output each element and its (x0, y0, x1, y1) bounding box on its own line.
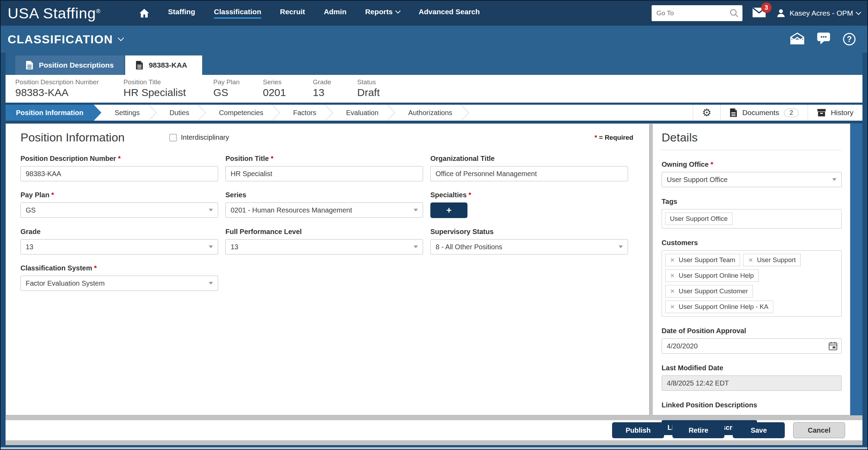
panel-gap (650, 123, 652, 415)
top-menu: Staffing Classification Recruit Admin Re… (139, 8, 480, 19)
dropdown-arrow-icon (832, 178, 836, 181)
interdisciplinary-checkbox[interactable] (169, 134, 177, 141)
nav-item-advanced-search[interactable]: Advanced Search (419, 8, 480, 19)
tab-position-descriptions[interactable]: Position Descriptions (15, 55, 124, 75)
usa-staffing-logo: USA Staffing® (8, 5, 101, 22)
customer-chip[interactable]: ✕User Support Online Help - KA (665, 301, 773, 313)
documents-count-badge: 2 (784, 109, 799, 117)
messages-button[interactable]: 3 (752, 7, 766, 19)
calendar-icon[interactable] (828, 341, 837, 352)
nav-item-classification[interactable]: Classification (214, 8, 261, 19)
inbox-envelope-icon[interactable] (790, 33, 804, 46)
full-performance-level-select[interactable]: 13 (225, 239, 423, 254)
user-name: Kasey Acres - OPM (790, 9, 853, 17)
pay-plan-select[interactable]: GS (20, 202, 218, 218)
nav-label: Reports (365, 8, 393, 16)
remove-icon[interactable]: ✕ (670, 257, 675, 264)
customer-chip[interactable]: ✕User Support Online Help (665, 269, 759, 282)
step-factors[interactable]: Factors (280, 105, 333, 121)
settings-gear-button[interactable]: ⚙ (693, 105, 721, 121)
tab-record-98383-kaa[interactable]: 98383-KAA (125, 55, 202, 75)
required-note-text: = Required (597, 134, 633, 141)
customers-box[interactable]: ✕User Support Team ✕User Support ✕User S… (662, 250, 842, 317)
customer-chip[interactable]: ✕User Support Team (665, 254, 740, 266)
step-duties[interactable]: Duties (156, 105, 206, 121)
nav-item-reports[interactable]: Reports (365, 8, 400, 19)
add-specialty-button[interactable]: + (430, 202, 467, 218)
home-icon[interactable] (139, 8, 149, 18)
interdisciplinary-label: Interdisciplinary (181, 133, 229, 141)
customer-chip[interactable]: ✕User Support (743, 254, 800, 266)
chat-icon[interactable] (817, 32, 831, 46)
field-pay-plan: Pay Plan * GS (20, 191, 225, 218)
documents-label: Documents (742, 109, 779, 117)
customer-chip[interactable]: ✕User Support Customer (665, 285, 753, 297)
field-position-title: Position Title * (225, 155, 430, 181)
position-information-panel: Position Information Interdisciplinary *… (6, 123, 650, 415)
help-icon[interactable]: ? (843, 33, 856, 45)
history-label: History (831, 109, 853, 117)
nav-item-staffing[interactable]: Staffing (168, 8, 195, 19)
remove-icon[interactable]: ✕ (670, 272, 675, 279)
interdisciplinary-checkbox-row[interactable]: Interdisciplinary (169, 133, 229, 141)
right-accent-strip (850, 123, 862, 415)
publish-button[interactable]: Publish (612, 422, 664, 438)
save-button[interactable]: Save (733, 422, 785, 438)
panel-header: Position Information Interdisciplinary *… (15, 131, 635, 144)
nav-label: Recruit (280, 8, 305, 16)
documents-button[interactable]: Documents 2 (720, 105, 807, 121)
summary-pay-plan: Pay Plan GS (213, 78, 263, 103)
select-value: 13 (231, 243, 238, 251)
approval-date-input[interactable] (662, 338, 842, 354)
history-button[interactable]: History (808, 105, 862, 121)
step-competencies[interactable]: Competencies (206, 105, 280, 121)
summary-grade: Grade 13 (313, 78, 357, 103)
step-authorizations[interactable]: Authorizations (395, 105, 469, 121)
user-menu[interactable]: Kasey Acres - OPM (776, 8, 860, 18)
nav-label: Advanced Search (419, 8, 480, 16)
nav-item-recruit[interactable]: Recruit (280, 8, 305, 19)
summary-series: Series 0201 (263, 78, 313, 103)
retire-button[interactable]: Retire (672, 422, 724, 438)
summary-value: 0201 (263, 87, 313, 98)
summary-label: Grade (313, 78, 357, 86)
action-footer: Publish Retire Save Cancel (6, 420, 862, 440)
grade-select[interactable]: 13 (20, 239, 218, 254)
required-note: * = Required (595, 134, 635, 141)
logo-text: USA Staffing (8, 5, 96, 21)
position-title-input[interactable] (225, 166, 423, 181)
cancel-button[interactable]: Cancel (793, 422, 845, 438)
required-asterisk: * (711, 161, 713, 168)
required-asterisk: * (94, 264, 97, 272)
remove-icon[interactable]: ✕ (670, 303, 675, 311)
module-title[interactable]: CLASSIFICATION (8, 33, 123, 46)
step-label: Competencies (219, 109, 263, 117)
chevron-down-icon (118, 35, 124, 41)
app-window: USA Staffing® Staffing Classification Re… (0, 0, 868, 450)
remove-icon[interactable]: ✕ (748, 257, 753, 264)
field-label: Pay Plan * (20, 191, 225, 199)
step-position-information[interactable]: Position Information (6, 105, 101, 121)
field-label: Supervisory Status (430, 228, 635, 236)
field-classification-system: Classification System * Factor Evaluatio… (20, 264, 225, 291)
goto-input[interactable] (652, 5, 742, 21)
search-icon[interactable] (729, 8, 739, 19)
summary-position-title: Position Title HR Specialist (123, 78, 213, 103)
field-owning-office: Owning Office * User Support Office (660, 161, 842, 187)
summary-value: GS (213, 87, 263, 98)
series-select[interactable]: 0201 - Human Resources Management (225, 202, 423, 218)
field-position-description-number: Position Description Number * (20, 155, 225, 181)
remove-icon[interactable]: ✕ (670, 288, 675, 295)
supervisory-status-select[interactable]: 8 - All Other Positions (430, 239, 628, 254)
tag-chip[interactable]: User Support Office (665, 213, 733, 225)
organizational-title-input[interactable] (430, 166, 628, 181)
nav-item-admin[interactable]: Admin (324, 8, 346, 19)
classification-system-select[interactable]: Factor Evaluation System (20, 276, 218, 291)
field-label: Position Description Number * (20, 155, 225, 163)
owning-office-select[interactable]: User Support Office (662, 172, 842, 187)
select-value: 8 - All Other Positions (436, 243, 502, 251)
step-settings[interactable]: Settings (101, 105, 156, 121)
tags-box[interactable]: User Support Office (662, 209, 842, 228)
step-evaluation[interactable]: Evaluation (333, 105, 395, 121)
pdn-input[interactable] (20, 166, 218, 181)
